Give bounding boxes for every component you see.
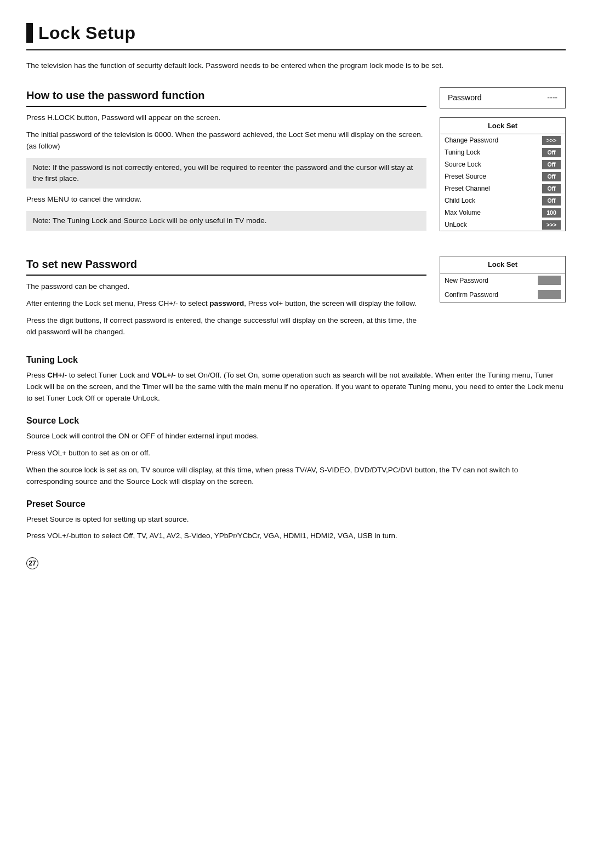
new-pass-panel-title: Lock Set [440, 256, 565, 273]
lock-set-row: Preset SourceOff [440, 170, 565, 182]
tuning-lock-heading: Tuning Lock [26, 353, 566, 367]
new-pass-panel: Lock Set New Password-------Confirm Pass… [440, 256, 566, 302]
tuning-lock-text: Press CH+/- to select Tuner Lock and VOL… [26, 370, 566, 404]
tuning-lock-section: Tuning Lock Press CH+/- to select Tuner … [26, 353, 566, 404]
password-value: ---- [547, 92, 557, 104]
lock-set-row: Tuning LockOff [440, 146, 565, 158]
password-para3: Press MENU to cancel the window. [26, 194, 426, 205]
lock-set-row-label: Preset Source [445, 172, 542, 181]
password-display-box: Password ---- [440, 87, 566, 108]
lock-set-row-label: Child Lock [445, 196, 542, 205]
password-section-left: How to use the password function Press H… [26, 77, 426, 236]
lock-set-row-value: 100 [542, 208, 561, 218]
tuning-lock-bold2: VOL+/- [152, 371, 176, 379]
new-pass-para2-bold: password [209, 299, 244, 307]
preset-source-heading: Preset Source [26, 498, 566, 511]
section-heading-password: How to use the password function [26, 87, 426, 107]
lock-set-row-value: Off [542, 160, 561, 170]
lock-set-row-label: Max Volume [445, 208, 542, 218]
tuning-lock-prefix: Press [26, 371, 47, 379]
new-pass-row-value: ------- [538, 290, 561, 299]
password-note1: Note: If the password is not correctly e… [26, 158, 426, 189]
source-lock-heading: Source Lock [26, 414, 566, 427]
lock-set-row-label: UnLock [445, 220, 542, 230]
page-number-area: 27 [26, 557, 566, 569]
section-heading-new-password: To set new Password [26, 256, 426, 276]
lock-set-row: Child LockOff [440, 195, 565, 207]
tuning-lock-mid1: to select Tuner Lock and [67, 371, 152, 379]
page-title: Lock Setup [38, 20, 135, 46]
new-pass-para2-prefix: After entering the Lock set menu, Press … [26, 299, 209, 307]
source-lock-line1: Source Lock will control the ON or OFF o… [26, 431, 566, 442]
new-pass-row: Confirm Password------- [440, 288, 565, 302]
password-para2: The initial password of the television i… [26, 129, 426, 152]
lock-set-panel: Lock Set Change Password>>>Tuning LockOf… [440, 117, 566, 232]
lock-set-row-value: Off [542, 196, 561, 206]
lock-set-row-value: Off [542, 184, 561, 194]
new-pass-row: New Password------- [440, 273, 565, 288]
new-password-section: To set new Password The password can be … [26, 246, 566, 344]
lock-set-row: Change Password>>> [440, 134, 565, 146]
tuning-lock-bold1: CH+/- [47, 371, 67, 379]
new-pass-row-label: Confirm Password [445, 290, 538, 300]
source-lock-line2: Press VOL+ button to set as on or off. [26, 448, 566, 459]
new-pass-para2-suffix: , Press vol+ button, the screen will dis… [244, 299, 417, 307]
password-note2: Note: The Tuning Lock and Source Lock wi… [26, 211, 426, 231]
title-accent-bar [26, 23, 33, 43]
new-pass-para2: After entering the Lock set menu, Press … [26, 298, 426, 310]
lock-set-row-value: >>> [542, 136, 561, 146]
lock-set-row: Source LockOff [440, 158, 565, 170]
new-pass-para1: The password can be changed. [26, 281, 426, 293]
lock-set-row-label: Source Lock [445, 159, 542, 169]
password-label: Password [448, 92, 481, 104]
new-pass-para3: Press the digit buttons, If correct pass… [26, 315, 426, 338]
lock-set-row: Max Volume100 [440, 207, 565, 219]
new-password-left: To set new Password The password can be … [26, 246, 426, 344]
lock-set-row: UnLock>>> [440, 219, 565, 231]
preset-source-line2: Press VOL+/-button to select Off, TV, AV… [26, 530, 566, 542]
password-section-right: Password ---- Lock Set Change Password>>… [440, 77, 566, 232]
new-pass-row-label: New Password [445, 276, 538, 285]
lock-set-row-label: Tuning Lock [445, 147, 542, 157]
password-section: How to use the password function Press H… [26, 77, 566, 236]
lock-set-row-label: Preset Channel [445, 184, 542, 193]
intro-text: The television has the function of secur… [26, 60, 566, 72]
password-para1: Press H.LOCK button, Password will appea… [26, 112, 426, 124]
preset-source-line1: Preset Source is opted for setting up st… [26, 514, 566, 526]
page-number-circle: 27 [26, 557, 38, 569]
source-lock-section: Source Lock Source Lock will control the… [26, 414, 566, 488]
source-lock-line3: When the source lock is set as on, TV so… [26, 465, 566, 488]
page-title-bar: Lock Setup [26, 20, 566, 50]
preset-source-section: Preset Source Preset Source is opted for… [26, 498, 566, 542]
lock-set-title: Lock Set [440, 118, 565, 135]
lock-set-row-label: Change Password [445, 135, 542, 145]
lock-set-row-value: >>> [542, 220, 561, 230]
lock-set-row-value: Off [542, 148, 561, 158]
new-pass-row-value: ------- [538, 276, 561, 285]
lock-set-row: Preset ChannelOff [440, 182, 565, 195]
new-password-right: Lock Set New Password-------Confirm Pass… [440, 246, 566, 302]
lock-set-row-value: Off [542, 172, 561, 182]
